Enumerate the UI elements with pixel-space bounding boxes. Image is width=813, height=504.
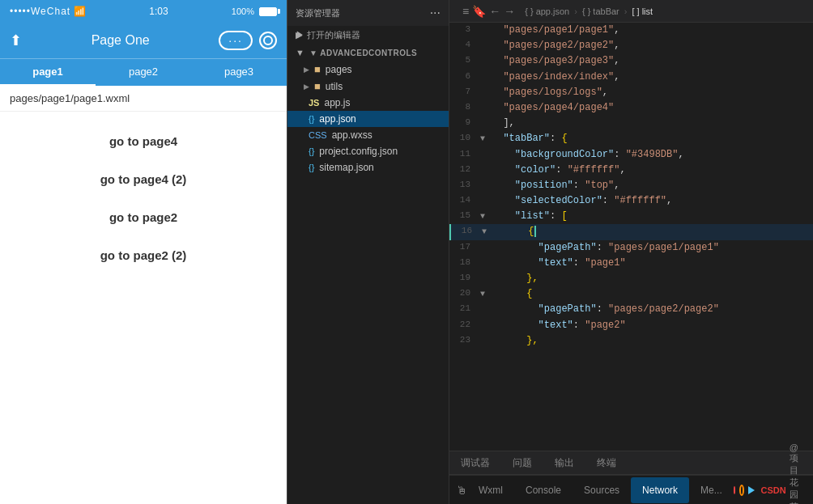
line-arrow xyxy=(480,163,492,178)
line-number: 9 xyxy=(451,116,480,131)
tab-page1[interactable]: page1 xyxy=(0,59,96,86)
line-content: "color": "#ffffff", xyxy=(492,163,811,178)
js-icon: JS xyxy=(309,98,319,108)
line-arrow: ▼ xyxy=(480,209,492,224)
project-arrow: ▼ xyxy=(296,48,304,57)
line-content: "tabBar": { xyxy=(492,131,811,146)
goto-page4-2-button[interactable]: go to page4 (2) xyxy=(16,163,270,196)
project-label: ▼ ADVANCEDCONTROLS xyxy=(309,49,417,57)
code-line-10: 10 ▼ "tabBar": { xyxy=(449,131,813,146)
breadcrumb-list: [ ] list xyxy=(632,6,653,16)
bottom-tab-wxml[interactable]: Wxml xyxy=(467,477,514,503)
line-number: 15 xyxy=(451,209,480,224)
code-line-16: 16 ▼ { xyxy=(449,224,813,239)
code-line-7: 7 "pages/logs/logs", xyxy=(449,85,813,100)
bookmark-icon[interactable]: 🔖 xyxy=(472,5,486,18)
json-icon: {} xyxy=(309,163,314,172)
hamburger-icon[interactable]: ≡ xyxy=(462,5,469,18)
tab-page3[interactable]: page3 xyxy=(191,59,287,86)
battery-percent: 100% xyxy=(232,6,254,16)
code-line-22: 22 "text": "page2" xyxy=(449,318,813,333)
folder-icon: ■ xyxy=(314,63,321,75)
tab-page2[interactable]: page2 xyxy=(96,59,191,86)
line-arrow xyxy=(480,23,492,38)
nav-dots-button[interactable]: ··· xyxy=(219,31,253,50)
signal-dots: •••••WeChat xyxy=(10,6,70,17)
line-number: 10 xyxy=(451,131,480,146)
line-arrow xyxy=(480,85,492,100)
file-appjs[interactable]: JS app.js xyxy=(287,95,449,111)
line-number: 11 xyxy=(451,147,480,163)
cursor-tool-icon[interactable]: 🖱 xyxy=(456,477,467,503)
file-appjson[interactable]: {} app.json xyxy=(287,111,449,127)
line-number: 21 xyxy=(451,302,480,317)
line-content: "selectedColor": "#ffffff", xyxy=(492,193,811,209)
line-number: 4 xyxy=(451,38,480,53)
line-arrow xyxy=(480,240,492,256)
code-area[interactable]: 3 "pages/page1/page1", 4 "pages/page2/pa… xyxy=(449,23,813,451)
debug-tab-terminal[interactable]: 终端 xyxy=(585,451,628,474)
record-dot xyxy=(734,486,735,494)
explorer-more-icon[interactable]: ··· xyxy=(430,6,441,20)
line-content: { xyxy=(492,286,811,302)
line-arrow xyxy=(480,318,492,333)
project-section[interactable]: ▼ ▼ ADVANCEDCONTROLS xyxy=(287,44,449,61)
status-right: 100% xyxy=(232,6,277,16)
line-content: "pages/page2/page2", xyxy=(492,38,811,53)
line-arrow xyxy=(480,38,492,53)
goto-page2-2-button[interactable]: go to page2 (2) xyxy=(16,239,270,272)
open-editors-section[interactable]: ▶ ▶ 打开的编辑器 xyxy=(287,26,449,44)
line-number: 8 xyxy=(451,100,480,116)
line-number: 22 xyxy=(451,318,480,333)
line-arrow xyxy=(480,116,492,131)
bottom-tab-console[interactable]: Console xyxy=(514,477,573,503)
line-number: 18 xyxy=(451,256,480,271)
file-utils[interactable]: ▶ ■ utils xyxy=(287,78,449,95)
csdn-badge: CSDN xyxy=(761,485,786,495)
nav-target-icon[interactable] xyxy=(259,32,277,49)
line-number: 5 xyxy=(451,53,480,69)
line-content: { xyxy=(493,224,811,239)
code-line-18: 18 "text": "page1" xyxy=(449,256,813,271)
folder-arrow: ▶ xyxy=(304,66,309,74)
bottom-tab-sources[interactable]: Sources xyxy=(573,477,631,503)
debug-tab-debugger[interactable]: 调试器 xyxy=(449,451,501,474)
code-line-14: 14 "selectedColor": "#ffffff", xyxy=(449,193,813,209)
bottom-tab-network[interactable]: Network xyxy=(631,477,689,503)
line-content: "position": "top", xyxy=(492,178,811,193)
file-name-sitemap: sitemap.json xyxy=(319,162,373,173)
line-arrow xyxy=(480,271,492,286)
play-triangle xyxy=(748,486,755,494)
line-content: "pagePath": "pages/page1/page1" xyxy=(492,240,811,256)
file-appwxss[interactable]: CSS app.wxss xyxy=(287,127,449,143)
line-number: 23 xyxy=(451,333,480,349)
phone-content: go to page4 go to page4 (2) go to page2 … xyxy=(0,112,287,504)
line-number: 20 xyxy=(451,286,480,302)
goto-page2-button[interactable]: go to page2 xyxy=(16,201,270,234)
code-line-23: 23 }, xyxy=(449,333,813,349)
line-number: 6 xyxy=(451,70,480,85)
forward-icon[interactable]: → xyxy=(504,5,515,18)
line-arrow: ▼ xyxy=(480,286,492,302)
file-name-projectconfig: project.config.json xyxy=(319,146,398,157)
bottom-tab-more[interactable]: Me... xyxy=(689,477,734,503)
code-line-12: 12 "color": "#ffffff", xyxy=(449,163,813,178)
file-sitemap[interactable]: {} sitemap.json xyxy=(287,159,449,176)
back-icon[interactable]: ← xyxy=(489,5,500,18)
breadcrumb-tabbar: { } tabBar xyxy=(582,6,619,16)
line-arrow xyxy=(480,333,492,349)
json-icon: {} xyxy=(309,114,314,124)
line-content: ], xyxy=(492,116,811,131)
file-projectconfig[interactable]: {} project.config.json xyxy=(287,143,449,159)
code-line-6: 6 "pages/index/index", xyxy=(449,70,813,85)
goto-page4-button[interactable]: go to page4 xyxy=(16,125,270,158)
line-number: 12 xyxy=(451,163,480,178)
code-editor: ≡ 🔖 ← → { } app.json › { } tabBar › [ ] … xyxy=(449,0,813,504)
file-pages[interactable]: ▶ ■ pages xyxy=(287,61,449,78)
line-content: "pages/index/index", xyxy=(492,70,811,85)
debug-tab-issues[interactable]: 问题 xyxy=(501,451,543,474)
line-content: "text": "page1" xyxy=(492,256,811,271)
debug-tab-output[interactable]: 输出 xyxy=(543,451,585,474)
code-line-19: 19 }, xyxy=(449,271,813,286)
line-number: 16 xyxy=(453,224,482,239)
